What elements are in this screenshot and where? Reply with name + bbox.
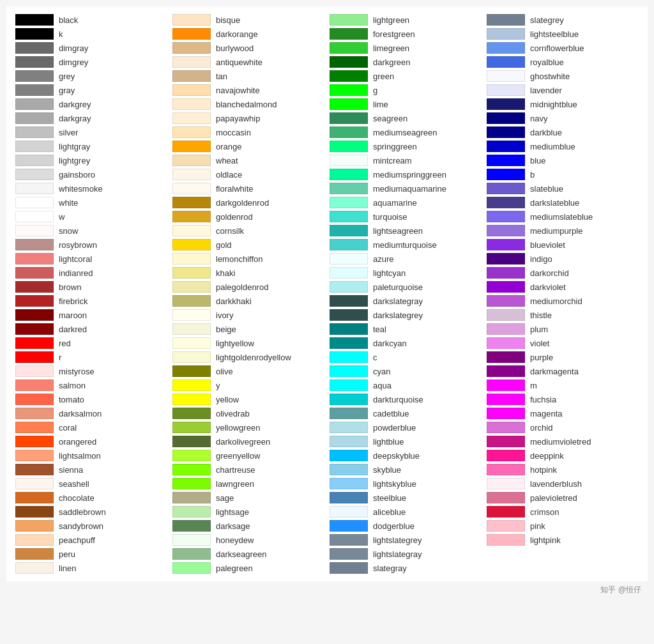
swatch-yellowgreen — [172, 422, 211, 433]
swatch-aliceblue — [330, 506, 368, 518]
swatch-gold — [172, 239, 211, 250]
color-row: darkgreen — [327, 55, 484, 69]
color-row: turquoise — [327, 210, 484, 224]
color-row: lightpink — [484, 533, 641, 547]
color-row: cadetblue — [327, 406, 484, 420]
swatch-tan — [172, 70, 211, 82]
color-row: paleturquoise — [327, 280, 484, 294]
color-row: dodgerblue — [327, 519, 484, 533]
swatch-lightsteelblue — [487, 28, 525, 40]
swatch-palevioletred — [487, 492, 525, 503]
color-row: seagreen — [327, 111, 484, 125]
color-row: navajowhite — [170, 83, 327, 97]
color-label-darkkhaki: darkkhaki — [216, 296, 252, 306]
color-label-darkred: darkred — [59, 325, 87, 334]
color-label-darkblue: darkblue — [530, 128, 562, 137]
swatch-lightcoral — [15, 253, 54, 264]
color-row: lime — [327, 97, 484, 111]
color-row: gray — [13, 83, 170, 97]
swatch-m — [487, 379, 525, 391]
color-label-lightsage: lightsage — [216, 507, 249, 517]
color-row: lightslategrey — [327, 533, 484, 547]
swatch-lightslategrey — [330, 534, 368, 546]
color-label-papayawhip: papayawhip — [216, 114, 260, 123]
color-label-snow: snow — [59, 226, 78, 236]
color-row: palegoldenrod — [170, 280, 327, 294]
swatch-skyblue — [330, 464, 368, 475]
color-label-darkturquoise: darkturquoise — [373, 395, 423, 404]
color-label-mediumslateblue: mediumslateblue — [530, 212, 593, 222]
color-row: gold — [170, 238, 327, 252]
swatch-darkgreen — [330, 56, 368, 68]
color-row: burlywood — [170, 41, 327, 55]
swatch-darkgrey — [15, 98, 54, 110]
swatch-antiquewhite — [172, 56, 211, 68]
swatch-darksage — [172, 520, 211, 532]
color-row: olivedrab — [170, 406, 327, 420]
swatch-lightsage — [172, 506, 211, 518]
color-label-darksalmon: darksalmon — [59, 409, 102, 418]
swatch-gainsboro — [15, 169, 54, 180]
color-row: mediumaquamarine — [327, 181, 484, 195]
swatch-teal — [330, 323, 368, 335]
swatch-snow — [15, 225, 54, 236]
color-label-mintcream: mintcream — [373, 156, 412, 165]
swatch-lightgreen — [330, 14, 368, 26]
color-label-orangered: orangered — [59, 437, 96, 447]
swatch-wheat — [172, 155, 211, 166]
color-label-mediumvioletred: mediumvioletred — [530, 437, 591, 447]
swatch-dimgrey — [15, 56, 54, 68]
color-row: linen — [13, 561, 170, 575]
swatch-orangered — [15, 436, 54, 447]
color-label-darkslategrey: darkslategrey — [373, 310, 423, 320]
swatch-mediumpurple — [487, 225, 525, 236]
color-label-deeppink: deeppink — [530, 451, 564, 461]
color-row: darkcyan — [327, 336, 484, 350]
swatch-darkviolet — [487, 281, 525, 293]
color-row: black — [13, 13, 170, 27]
swatch-dimgray — [15, 42, 54, 54]
color-label-lightseagreen: lightseagreen — [373, 226, 423, 236]
swatch-deeppink — [487, 450, 525, 461]
color-row: grey — [13, 69, 170, 83]
color-row: pink — [484, 519, 641, 533]
color-row: ivory — [170, 308, 327, 322]
color-row: skyblue — [327, 463, 484, 477]
swatch-olive — [172, 365, 211, 377]
color-label-mediumpurple: mediumpurple — [530, 226, 582, 236]
swatch-peachpuff — [15, 534, 54, 546]
color-label-lavenderblush: lavenderblush — [530, 479, 582, 489]
color-label-sienna: sienna — [59, 465, 83, 475]
color-row: peru — [13, 547, 170, 561]
color-row: rosybrown — [13, 238, 170, 252]
swatch-c — [330, 351, 368, 363]
color-label-bisque: bisque — [216, 15, 240, 25]
color-label-m: m — [530, 381, 537, 390]
color-row: y — [170, 378, 327, 392]
color-label-blanchedalmond: blanchedalmond — [216, 100, 277, 109]
color-label-lightsalmon: lightsalmon — [59, 451, 101, 461]
color-row: darkgray — [13, 111, 170, 125]
color-label-purple: purple — [530, 353, 553, 362]
color-label-dodgerblue: dodgerblue — [373, 521, 414, 531]
color-row: seashell — [13, 477, 170, 491]
color-label-moccasin: moccasin — [216, 128, 251, 137]
swatch-mediumspringgreen — [330, 169, 368, 180]
swatch-mistyrose — [15, 365, 54, 377]
color-row: darkorchid — [484, 266, 641, 280]
color-label-indianred: indianred — [59, 268, 93, 278]
swatch-thistle — [487, 309, 525, 321]
swatch-bisque — [172, 14, 211, 26]
swatch-g — [330, 84, 368, 96]
color-label-royalblue: royalblue — [530, 57, 564, 67]
color-row: powderblue — [327, 420, 484, 434]
color-label-navy: navy — [530, 114, 547, 123]
color-row: darkblue — [484, 125, 641, 139]
color-row: lawngreen — [170, 477, 327, 491]
color-row: deeppink — [484, 448, 641, 463]
color-label-lightgray: lightgray — [59, 142, 90, 151]
color-row: gainsboro — [13, 167, 170, 181]
color-label-coral: coral — [59, 423, 77, 433]
color-label-teal: teal — [373, 325, 386, 334]
color-row: forestgreen — [327, 27, 484, 41]
